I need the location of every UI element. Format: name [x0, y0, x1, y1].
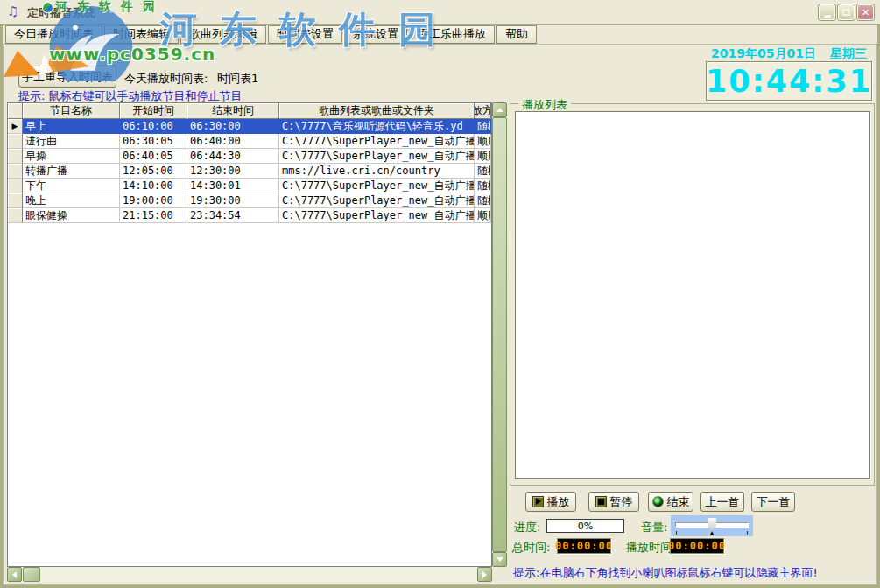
row-indicator-cell — [8, 149, 23, 164]
reimport-schedule-button[interactable]: 手工重导入时间表 — [18, 66, 116, 88]
scroll-down-button[interactable] — [492, 552, 507, 567]
scroll-right-button[interactable] — [477, 567, 492, 582]
play-button[interactable]: 播放 — [525, 492, 576, 512]
app-window: ♫ 定时播音系统 ✕ 今日播放时间表时间表编辑歌曲列表编辑时间表设置系统设置手工… — [0, 0, 880, 588]
menu-tab[interactable]: 歌曲列表编辑 — [180, 25, 266, 44]
cell-start-time: 12:05:00 — [120, 164, 187, 178]
selected-row-arrow-icon — [12, 119, 18, 133]
stop-label: 结束 — [667, 494, 690, 510]
pause-icon — [595, 496, 607, 508]
volume-slider[interactable]: ▲ — [671, 515, 753, 536]
chevron-right-icon — [482, 571, 490, 578]
cell-program-name: 早上 — [23, 119, 120, 134]
scroll-up-button[interactable] — [492, 102, 507, 117]
column-header-program[interactable]: 节目名称 — [23, 103, 120, 119]
scroll-left-button[interactable] — [7, 567, 22, 582]
next-track-button[interactable]: 下一首 — [751, 492, 795, 512]
previous-track-label: 上一首 — [706, 494, 740, 510]
clock-time: 10:44:31 — [706, 64, 872, 99]
column-header-mode[interactable]: 播放方式 — [475, 103, 491, 119]
play-label: 播放 — [547, 494, 570, 510]
cell-source-path: C:\7777\SuperPlayer_new_自动广播系统\m — [279, 134, 475, 149]
table-body: 早上 06:10:00 06:30:00 C:\7777\音乐视听源代码\轻音乐… — [8, 119, 491, 223]
cell-program-name: 眼保健操 — [23, 208, 120, 223]
total-time-label: 总时间: — [512, 540, 550, 556]
progress-value: 0% — [578, 521, 593, 532]
reimport-schedule-label: 手工重导入时间表 — [22, 69, 113, 85]
menu-tab-bar: 今日播放时间表时间表编辑歌曲列表编辑时间表设置系统设置手工乐曲播放帮助 — [5, 25, 537, 44]
maximize-icon — [842, 9, 850, 16]
watermark-site-url: www.pc0359.cn — [49, 44, 215, 65]
cell-source-path: mms://live.cri.cn/country — [279, 164, 475, 178]
cell-source-path: C:\7777\音乐视听源代码\轻音乐.yd — [279, 119, 475, 134]
column-header-source[interactable]: 歌曲列表或歌曲或文件夹 — [279, 103, 475, 119]
cell-end-time: 06:44:30 — [187, 149, 279, 164]
table-row[interactable]: 下午 14:10:00 14:30:01 C:\7777\SuperPlayer… — [8, 178, 491, 193]
cell-program-name: 下午 — [23, 178, 120, 193]
cell-end-time: 06:40:00 — [187, 134, 279, 149]
cell-play-mode: 随机 — [475, 178, 491, 193]
playlist-listbox[interactable] — [515, 111, 870, 479]
table-row[interactable]: 早操 06:40:05 06:44:30 C:\7777\SuperPlayer… — [8, 149, 491, 164]
table-row[interactable]: 眼保健操 21:15:00 23:34:54 C:\7777\SuperPlay… — [8, 208, 491, 223]
window-title: 定时播音系统 — [27, 5, 95, 21]
date-display: 2019年05月01日 星期三 — [706, 46, 872, 62]
cell-end-time: 14:30:01 — [187, 178, 279, 193]
schedule-table: 节目名称 开始时间 结束时间 歌曲列表或歌曲或文件夹 播放方式 早上 06:10… — [7, 102, 492, 567]
header-indicator-cell — [8, 103, 23, 119]
minimize-button[interactable] — [819, 4, 835, 20]
vertical-scroll-thumb[interactable] — [492, 117, 507, 552]
column-header-end[interactable]: 结束时间 — [187, 103, 279, 119]
table-row[interactable]: 转播广播 12:05:00 12:30:00 mms://live.cri.cn… — [8, 164, 491, 178]
cell-play-mode: 随机 — [475, 193, 491, 208]
cell-start-time: 06:40:05 — [120, 149, 187, 164]
today-schedule-value: 时间表1 — [217, 71, 258, 87]
minimize-icon — [824, 15, 831, 18]
menu-tab[interactable]: 今日播放时间表 — [5, 25, 102, 44]
next-track-label: 下一首 — [757, 494, 791, 510]
cell-play-mode: 随机 — [475, 119, 491, 134]
table-header-row: 节目名称 开始时间 结束时间 歌曲列表或歌曲或文件夹 播放方式 — [8, 103, 491, 119]
column-header-start[interactable]: 开始时间 — [120, 103, 187, 119]
close-button[interactable]: ✕ — [857, 4, 874, 20]
cell-program-name: 早操 — [23, 149, 120, 164]
menu-tab[interactable]: 时间表编辑 — [104, 25, 179, 44]
cell-play-mode: 随机 — [475, 164, 491, 178]
music-note-icon: ♫ — [7, 4, 18, 19]
cell-start-time: 21:15:00 — [120, 208, 187, 223]
pause-button[interactable]: 暂停 — [588, 492, 639, 512]
horizontal-scroll-thumb[interactable] — [23, 567, 40, 582]
table-row[interactable]: 晚上 19:00:00 19:30:00 C:\7777\SuperPlayer… — [8, 193, 491, 208]
title-bar: ♫ 定时播音系统 ✕ — [0, 0, 880, 24]
cell-program-name: 转播广播 — [23, 164, 120, 178]
maximize-button[interactable] — [838, 4, 855, 20]
cell-source-path: C:\7777\SuperPlayer_new_自动广播系统\m — [279, 178, 475, 193]
stop-button[interactable]: 结束 — [648, 492, 693, 512]
cell-play-mode: 顺序 — [475, 134, 491, 149]
volume-center-mark: ▲ — [710, 529, 715, 536]
play-time-display: 00:00:00 — [670, 538, 724, 554]
table-row[interactable]: 进行曲 06:30:05 06:40:00 C:\7777\SuperPlaye… — [8, 134, 491, 149]
pause-label: 暂停 — [610, 494, 633, 510]
play-time-label: 播放时间 — [626, 540, 672, 556]
cell-source-path: C:\7777\SuperPlayer_new_自动广播系统\m — [279, 208, 475, 223]
chevron-down-icon — [496, 557, 503, 565]
window-controls: ✕ — [819, 4, 874, 20]
table-vertical-scrollbar[interactable] — [492, 102, 507, 567]
menu-tab[interactable]: 系统设置 — [344, 25, 407, 44]
previous-track-button[interactable]: 上一首 — [700, 492, 744, 512]
cell-end-time: 19:30:00 — [187, 193, 279, 208]
menu-tab[interactable]: 手工乐曲播放 — [409, 25, 495, 44]
tray-hint: 提示:在电脑右下角找到小喇叭图标鼠标右键可以隐藏主界面! — [513, 565, 818, 581]
table-row[interactable]: 早上 06:10:00 06:30:00 C:\7777\音乐视听源代码\轻音乐… — [8, 119, 491, 134]
menu-tab[interactable]: 时间表设置 — [268, 25, 342, 44]
volume-tick-left — [676, 531, 677, 535]
weekday-text: 星期三 — [830, 46, 867, 62]
volume-label: 音量: — [641, 520, 667, 536]
row-indicator-cell — [8, 134, 23, 149]
row-indicator-cell — [8, 178, 23, 193]
menu-tab[interactable]: 帮助 — [496, 25, 537, 44]
cell-end-time: 12:30:00 — [187, 164, 279, 178]
cell-program-name: 晚上 — [23, 193, 120, 208]
table-horizontal-scrollbar[interactable] — [7, 567, 492, 582]
